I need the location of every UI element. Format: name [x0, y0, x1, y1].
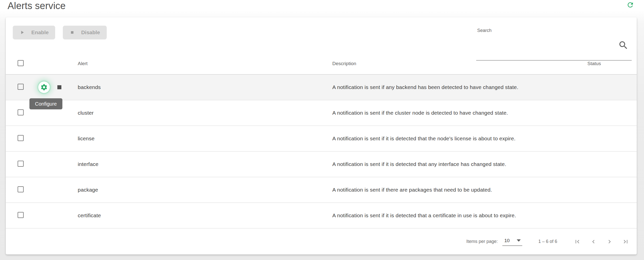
column-header-alert: Alert: [78, 61, 332, 66]
previous-page-button[interactable]: [590, 238, 597, 245]
alert-description: A notification is sent if it is detected…: [332, 161, 581, 167]
alert-description: A notification is sent if it is detected…: [332, 136, 581, 142]
chevron-left-icon: [590, 238, 597, 245]
alert-name: license: [78, 136, 332, 142]
first-page-button[interactable]: [574, 238, 581, 245]
tooltip-text: Configure: [35, 101, 57, 107]
configure-button[interactable]: [38, 81, 50, 93]
select-all-checkbox[interactable]: [18, 60, 24, 66]
chevron-right-icon: [606, 238, 613, 245]
table-body: backends A notification is sent if any b…: [6, 75, 637, 229]
page-size-value: 10: [504, 238, 510, 243]
search-icon[interactable]: [618, 40, 629, 51]
play-icon: [19, 30, 25, 35]
row-checkbox[interactable]: [18, 161, 24, 167]
column-header-status: Status: [581, 61, 637, 66]
items-per-page-label: Items per page:: [466, 239, 498, 244]
disable-button-label: Disable: [81, 29, 100, 35]
next-page-button[interactable]: [606, 238, 613, 245]
alert-description: A notification is sent if any backend ha…: [332, 84, 581, 90]
enable-button-label: Enable: [31, 29, 49, 35]
row-checkbox[interactable]: [18, 109, 24, 115]
page-size-select[interactable]: 10: [502, 237, 522, 246]
search-input[interactable]: [477, 36, 613, 52]
row-checkbox[interactable]: [18, 84, 24, 90]
table-row[interactable]: license A notification is sent if it is …: [6, 126, 637, 152]
alert-description: A notification is sent if there are pack…: [332, 187, 581, 193]
last-page-icon: [622, 238, 629, 245]
table-row[interactable]: package A notification is sent if there …: [6, 177, 637, 203]
table-header-row: Alert Description Status: [6, 53, 637, 75]
search-label: Search: [477, 28, 492, 33]
stop-icon: [70, 30, 75, 35]
page-title: Alerts service: [8, 0, 66, 12]
alerts-card: Enable Disable Search Alert Description …: [6, 17, 637, 254]
stop-row-icon[interactable]: [57, 85, 61, 89]
alert-name: certificate: [78, 212, 332, 219]
alert-name: backends: [78, 84, 332, 90]
paginator: Items per page: 10 1 – 6 of 6: [6, 229, 637, 254]
table-row[interactable]: backends A notification is sent if any b…: [6, 75, 637, 100]
refresh-icon: [626, 1, 634, 9]
table-row[interactable]: cluster A notification is sent if the cl…: [6, 100, 637, 126]
alert-description: A notification is sent if it is detected…: [332, 212, 581, 219]
alert-description: A notification is sent if the cluster no…: [332, 110, 581, 116]
table-row[interactable]: interface A notification is sent if it i…: [6, 152, 637, 177]
last-page-button[interactable]: [622, 238, 629, 245]
column-header-description: Description: [332, 61, 581, 66]
first-page-icon: [574, 238, 581, 245]
table-row[interactable]: certificate A notification is sent if it…: [6, 203, 637, 229]
disable-button[interactable]: Disable: [63, 26, 107, 39]
range-label: 1 – 6 of 6: [538, 239, 557, 244]
row-checkbox[interactable]: [18, 135, 24, 141]
configure-tooltip: Configure: [29, 98, 62, 109]
row-checkbox[interactable]: [18, 212, 24, 218]
alert-name: package: [78, 187, 332, 193]
enable-button[interactable]: Enable: [13, 26, 55, 39]
alert-name: interface: [78, 161, 332, 167]
gear-icon: [40, 83, 48, 91]
dropdown-arrow-icon: [517, 239, 521, 242]
alert-name: cluster: [78, 110, 332, 116]
refresh-button[interactable]: [626, 1, 634, 9]
row-checkbox[interactable]: [18, 186, 24, 192]
